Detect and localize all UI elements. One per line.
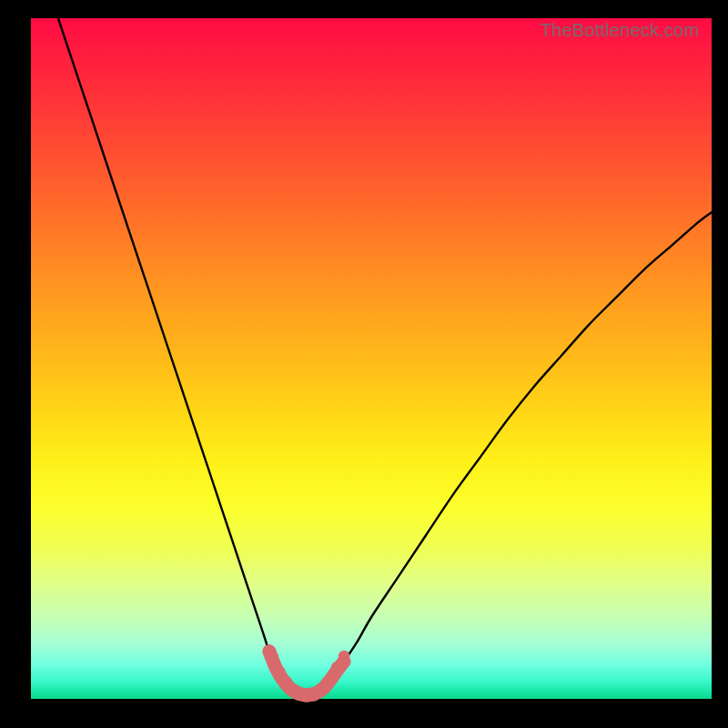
plot-area: TheBottleneck.com	[31, 18, 712, 699]
curve-svg	[31, 18, 712, 699]
chart-frame: TheBottleneck.com	[0, 0, 728, 728]
trough-dot	[331, 662, 344, 674]
trough-dot	[339, 651, 349, 662]
trough-dot	[267, 651, 278, 662]
bottleneck-curve	[58, 18, 712, 695]
trough-dot	[307, 688, 320, 702]
